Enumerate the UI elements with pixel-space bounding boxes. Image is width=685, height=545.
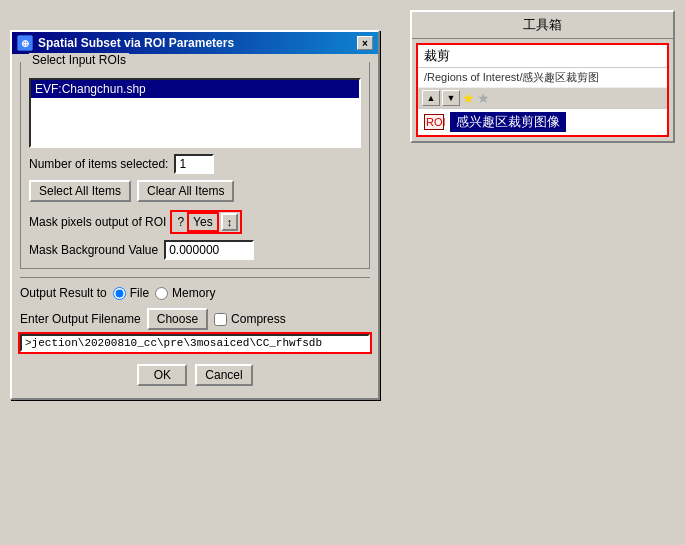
nav-down-button[interactable]: ▼: [442, 90, 460, 106]
output-result-label: Output Result to: [20, 286, 107, 300]
dialog-titlebar: ⊕ Spatial Subset via ROI Parameters ×: [12, 32, 378, 54]
mask-label: Mask pixels output of ROI: [29, 215, 166, 229]
mask-yes-button[interactable]: Yes: [187, 212, 219, 232]
star-active-icon: ★: [462, 90, 475, 106]
star-inactive-icon: ★: [477, 90, 490, 106]
output-section: Output Result to File Memory Enter Outpu…: [20, 286, 370, 352]
dialog-body: Select Input ROIs EVF:Changchun.shp Numb…: [12, 54, 378, 398]
titlebar-left: ⊕ Spatial Subset via ROI Parameters: [17, 35, 234, 51]
compress-checkbox[interactable]: [214, 313, 227, 326]
section-path: /Regions of Interest/感兴趣区裁剪图: [418, 68, 667, 88]
dialog-title: Spatial Subset via ROI Parameters: [38, 36, 234, 50]
nav-buttons: ▲ ▼ ★ ★: [418, 88, 667, 109]
close-button[interactable]: ×: [357, 36, 373, 50]
output-memory-radio[interactable]: [155, 287, 168, 300]
output-file-radio-label[interactable]: File: [113, 286, 149, 300]
roi-list-item[interactable]: EVF:Changchun.shp: [31, 80, 359, 98]
roi-group-box: Select Input ROIs EVF:Changchun.shp Numb…: [20, 62, 370, 269]
roi-tool-icon: ROI: [424, 114, 444, 130]
output-file-label: File: [130, 286, 149, 300]
ok-button[interactable]: OK: [137, 364, 187, 386]
output-result-row: Output Result to File Memory: [20, 286, 370, 300]
select-all-button[interactable]: Select All Items: [29, 180, 131, 202]
toolbox-title: 工具箱: [412, 12, 673, 39]
num-selected-row: Number of items selected:: [29, 154, 361, 174]
roi-tool-item[interactable]: ROI 感兴趣区裁剪图像: [418, 109, 667, 135]
toolbox-panel: 工具箱 裁剪 /Regions of Interest/感兴趣区裁剪图 ▲ ▼ …: [410, 10, 675, 143]
main-dialog: ⊕ Spatial Subset via ROI Parameters × Se…: [10, 30, 380, 400]
mask-question: ?: [174, 215, 187, 229]
file-path-input[interactable]: [20, 334, 370, 352]
mask-bg-row: Mask Background Value: [29, 240, 361, 260]
mask-row: Mask pixels output of ROI ? Yes ↕: [29, 210, 361, 234]
roi-group-label: Select Input ROIs: [29, 53, 129, 67]
clear-all-button[interactable]: Clear All Items: [137, 180, 234, 202]
mask-bg-label: Mask Background Value: [29, 243, 158, 257]
filename-row: Enter Output Filename Choose Compress: [20, 308, 370, 330]
compress-text: Compress: [231, 312, 286, 326]
roi-listbox[interactable]: EVF:Changchun.shp: [29, 78, 361, 148]
mask-arrows-button[interactable]: ↕: [221, 213, 239, 231]
output-memory-label: Memory: [172, 286, 215, 300]
output-file-radio[interactable]: [113, 287, 126, 300]
compress-label[interactable]: Compress: [214, 312, 286, 326]
dialog-icon: ⊕: [17, 35, 33, 51]
choose-button[interactable]: Choose: [147, 308, 208, 330]
num-selected-label: Number of items selected:: [29, 157, 168, 171]
nav-up-button[interactable]: ▲: [422, 90, 440, 106]
mask-yes-container: ? Yes ↕: [170, 210, 242, 234]
toolbox-section: 裁剪 /Regions of Interest/感兴趣区裁剪图 ▲ ▼ ★ ★ …: [416, 43, 669, 137]
bottom-buttons: OK Cancel: [20, 360, 370, 390]
section-header: 裁剪: [418, 45, 667, 68]
output-filename-label: Enter Output Filename: [20, 312, 141, 326]
cancel-button[interactable]: Cancel: [195, 364, 252, 386]
divider: [20, 277, 370, 278]
output-memory-radio-label[interactable]: Memory: [155, 286, 215, 300]
mask-bg-input[interactable]: [164, 240, 254, 260]
selection-buttons-row: Select All Items Clear All Items: [29, 180, 361, 202]
num-selected-input[interactable]: [174, 154, 214, 174]
roi-tool-label: 感兴趣区裁剪图像: [450, 112, 566, 132]
